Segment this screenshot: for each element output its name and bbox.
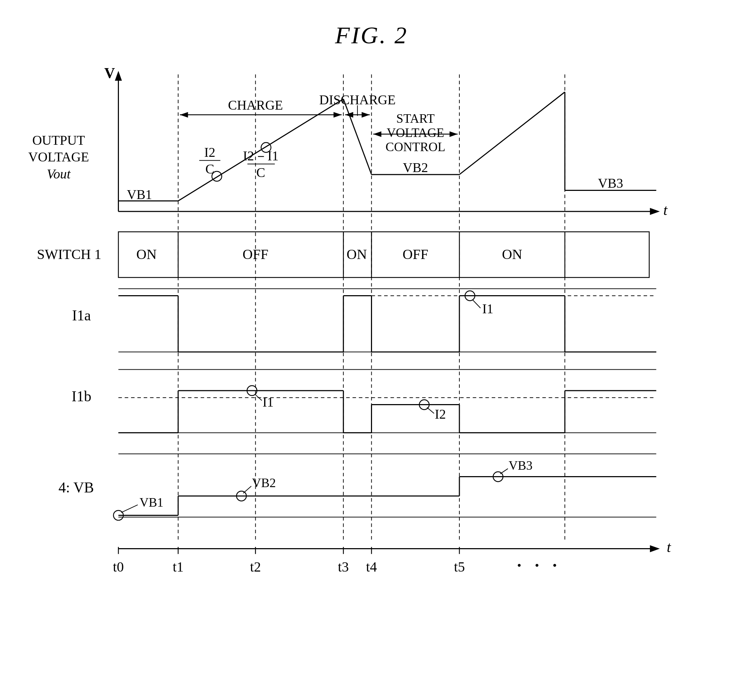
t0-label: t0 (113, 559, 124, 575)
output-voltage-label2: VOLTAGE (28, 149, 89, 164)
t-label-vout: t (663, 202, 668, 218)
svg-marker-26 (362, 112, 370, 118)
t3-label: t3 (338, 559, 349, 575)
i2-i1b-label: I2 (435, 406, 446, 421)
voltage-label: VOLTAGE (386, 126, 444, 140)
vb2-vout-label: VB2 (403, 160, 428, 175)
i1a-label: I1a (72, 307, 91, 323)
svg-line-81 (243, 486, 251, 493)
vb3-vout-label: VB3 (598, 176, 623, 191)
svg-line-83 (500, 469, 508, 474)
on3-label: ON (502, 247, 522, 262)
svg-marker-9 (650, 208, 660, 215)
start-label: START (396, 111, 435, 126)
c2-label: C (256, 165, 265, 180)
dots-label: ・・・ (510, 556, 563, 576)
t4-label: t4 (366, 559, 377, 575)
svg-marker-23 (334, 112, 342, 118)
t-label: t (667, 539, 671, 555)
vb3-vb-label: VB3 (509, 458, 533, 473)
i2-label: I2 (204, 145, 215, 159)
control-label: CONTROL (386, 140, 445, 154)
svg-marker-22 (180, 112, 188, 118)
i1-i1b-label: I1 (263, 394, 274, 409)
svg-marker-7 (115, 71, 122, 81)
i2-i1-label: I2－I1 (243, 148, 279, 163)
charge-label: CHARGE (228, 97, 283, 112)
off1-label: OFF (243, 247, 268, 262)
t5-label: t5 (454, 559, 465, 575)
i1-i1a-label: I1 (482, 301, 493, 316)
svg-marker-29 (373, 131, 381, 137)
t1-label: t1 (173, 559, 184, 575)
vb1-vout-label: VB1 (127, 187, 152, 202)
diagram-container: V t OUTPUT VOLTAGE Vout VB1 I2 C I2－I1 C… (28, 64, 715, 679)
svg-line-52 (473, 300, 481, 308)
svg-marker-85 (650, 545, 660, 552)
svg-marker-30 (449, 131, 457, 137)
on2-label: ON (346, 247, 367, 262)
svg-marker-25 (345, 112, 353, 118)
svg-line-70 (427, 407, 434, 414)
v-label: V (104, 65, 115, 81)
vb1-vb-label: VB1 (139, 495, 163, 509)
i1b-label: I1b (72, 388, 91, 405)
vb2-vb-label: VB2 (252, 476, 276, 490)
svg-line-18 (459, 92, 565, 174)
svg-rect-31 (118, 232, 649, 278)
discharge-label: DISCHARGE (319, 92, 395, 107)
vout-label: Vout (47, 166, 71, 181)
off2-label: OFF (403, 247, 428, 262)
t2-label: t2 (250, 559, 261, 575)
switch1-label: SWITCH 1 (37, 247, 102, 262)
on1-label: ON (136, 247, 157, 262)
page-title: FIG. 2 (0, 0, 743, 49)
vb-label: 4: VB (59, 479, 94, 496)
svg-line-79 (121, 505, 138, 512)
output-voltage-label: OUTPUT (32, 133, 85, 148)
